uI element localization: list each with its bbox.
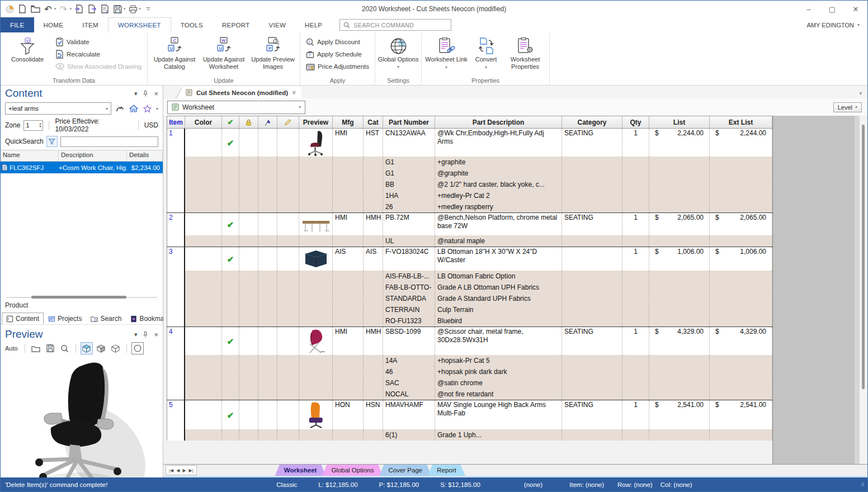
worksheet-main-row[interactable]: ✔HMIHMHPB.72M@Bench,Nelson Platform, chr… xyxy=(185,213,772,235)
cell-color[interactable] xyxy=(185,327,222,355)
cell-option-description[interactable]: LB Ottoman Fabric Option xyxy=(435,271,562,282)
cell-ext-empty[interactable] xyxy=(710,157,772,168)
cell-category[interactable]: SEATING xyxy=(562,129,622,157)
level-button[interactable]: Level ▾ xyxy=(833,102,862,112)
cell-pen-empty[interactable] xyxy=(277,304,299,315)
panel-menu-icon[interactable]: ▾ xyxy=(134,331,138,338)
tab-file[interactable]: FILE xyxy=(1,17,34,32)
favorites-star-icon[interactable] xyxy=(142,103,153,114)
cell-qty-empty[interactable] xyxy=(622,235,649,247)
cell-chk-empty[interactable] xyxy=(222,201,239,212)
cell-pen-empty[interactable] xyxy=(277,271,299,282)
zone-stepper[interactable]: 1▴▾ xyxy=(23,120,43,131)
cell-description[interactable]: LB Ottoman 18"H X 30"W X 24"D W/Caster xyxy=(435,247,562,271)
save-dropdown-icon[interactable]: ▾ xyxy=(124,7,126,11)
cell-flag-empty[interactable] xyxy=(258,201,277,212)
cell-description[interactable]: @Scissor chair, metal frame, 30Dx28.5Wx3… xyxy=(435,327,562,355)
cell-part_number[interactable]: PB.72M xyxy=(383,213,435,235)
cell-category-empty[interactable] xyxy=(562,429,622,441)
cell-option-code[interactable]: FAB-LB-OTTO-A xyxy=(383,282,435,293)
panel-tab-content[interactable]: Content xyxy=(2,313,44,324)
cell-chk-empty[interactable] xyxy=(222,282,239,293)
next-sheet-icon[interactable]: ▶ xyxy=(181,468,187,473)
cell-flag[interactable] xyxy=(258,327,277,355)
cell-option-code[interactable]: BB xyxy=(383,179,435,190)
cell-category[interactable]: SEATING xyxy=(562,400,622,429)
cell-color-empty[interactable] xyxy=(185,377,222,389)
cell-category-empty[interactable] xyxy=(562,271,622,282)
cell-option-description[interactable]: +graphite xyxy=(435,157,562,168)
cell-option-code[interactable]: RO-FU1323 xyxy=(383,315,435,327)
cell-flag[interactable] xyxy=(258,213,277,235)
cell-pen-empty[interactable] xyxy=(277,157,299,168)
item-number-cell[interactable]: 1 xyxy=(167,129,185,212)
cell-checked[interactable]: ✔ xyxy=(222,327,239,355)
cell-option-description[interactable]: @not fire retardant xyxy=(435,389,562,400)
prev-sheet-icon[interactable]: ◀ xyxy=(175,468,181,473)
cell-lock-empty[interactable] xyxy=(239,190,258,201)
tab-report[interactable]: REPORT xyxy=(213,17,260,32)
column-details[interactable]: Details xyxy=(127,150,163,161)
column-header-item[interactable]: Item xyxy=(167,116,185,128)
column-header-preview[interactable]: Preview xyxy=(299,116,333,128)
cell-color-empty[interactable] xyxy=(185,190,222,201)
cell-category-empty[interactable] xyxy=(562,282,622,293)
cell-color-empty[interactable] xyxy=(185,366,222,377)
cell-mfg[interactable]: HON xyxy=(333,400,364,429)
cell-option-description[interactable]: +medley raspberry xyxy=(435,201,562,212)
cell-option-description[interactable]: Grade A LB Ottoman UPH Fabrics xyxy=(435,282,562,293)
cell-preview-empty[interactable] xyxy=(299,235,333,247)
sheet-tab-global-options[interactable]: Global Options xyxy=(322,465,383,476)
cell-list-empty[interactable] xyxy=(649,293,710,304)
column-header-color[interactable]: Color xyxy=(185,116,222,128)
cell-ext-empty[interactable] xyxy=(710,168,772,179)
cell-qty[interactable]: 1 xyxy=(622,400,649,429)
cell-ext-empty[interactable] xyxy=(710,201,772,212)
view-3d-gray-icon[interactable] xyxy=(95,342,107,354)
cell-flag-empty[interactable] xyxy=(258,366,277,377)
print-dropdown-icon[interactable]: ▾ xyxy=(139,7,141,11)
cell-preview-thumbnail[interactable] xyxy=(299,247,333,271)
cell-category-empty[interactable] xyxy=(562,157,622,168)
cell-flag-empty[interactable] xyxy=(258,304,277,315)
cell-ext-empty[interactable] xyxy=(710,377,772,389)
cell-pen-empty[interactable] xyxy=(277,201,299,212)
cell-chk-empty[interactable] xyxy=(222,190,239,201)
undo-dropdown-icon[interactable]: ▾ xyxy=(54,7,56,11)
cell-cat[interactable]: AIS xyxy=(364,247,383,271)
cell-lock-empty[interactable] xyxy=(239,201,258,212)
cell-option-description[interactable]: Bluebird xyxy=(435,315,562,327)
apply-schedule-button[interactable]: f Apply Schedule xyxy=(303,48,372,60)
option-row[interactable]: STANDARDAGrade A Standard UPH Fabrics xyxy=(185,293,772,304)
redo-dropdown-icon[interactable]: ▾ xyxy=(70,7,72,11)
update-against-catalog-button[interactable]: CU Update Against Catalog xyxy=(150,34,199,70)
cell-chk-empty[interactable] xyxy=(222,304,239,315)
cell-lock[interactable] xyxy=(239,129,258,157)
cell-ext-empty[interactable] xyxy=(710,429,772,441)
last-sheet-icon[interactable]: ▶| xyxy=(188,468,195,473)
cell-flag-empty[interactable] xyxy=(258,271,277,282)
item-number-cell[interactable]: 3 xyxy=(167,247,185,327)
cell-list-empty[interactable] xyxy=(649,429,710,441)
cell-ext-empty[interactable] xyxy=(710,304,772,315)
cell-preview-thumbnail[interactable] xyxy=(299,213,333,235)
cell-option-description[interactable]: @graphite xyxy=(435,168,562,179)
cell-checked[interactable]: ✔ xyxy=(222,213,239,235)
cell-cat[interactable]: HMH xyxy=(364,327,383,355)
cell-option-code[interactable]: STANDARDA xyxy=(383,293,435,304)
cell-mfg-empty[interactable] xyxy=(333,366,364,377)
cell-ext-list-price[interactable]: $2,244.00 xyxy=(710,129,772,157)
cell-preview-empty[interactable] xyxy=(299,201,333,212)
cell-description[interactable]: MAV Single Lounge High Back Arms Multi-F… xyxy=(435,400,562,429)
cell-color-empty[interactable] xyxy=(185,282,222,293)
filter-icon[interactable] xyxy=(46,136,58,147)
cell-color[interactable] xyxy=(185,400,222,429)
cell-ext-list-price[interactable]: $1,006.00 xyxy=(710,247,772,271)
column-header-ext-list[interactable]: Ext List xyxy=(710,116,772,128)
cell-cat-empty[interactable] xyxy=(364,271,383,282)
redo-icon[interactable]: ↷ xyxy=(58,3,69,15)
column-header-cat[interactable]: Cat xyxy=(364,116,383,128)
cell-option-description[interactable]: @natural maple xyxy=(435,235,562,247)
panel-menu-icon[interactable]: ▾ xyxy=(134,90,138,97)
cell-cat[interactable]: HST xyxy=(364,129,383,157)
